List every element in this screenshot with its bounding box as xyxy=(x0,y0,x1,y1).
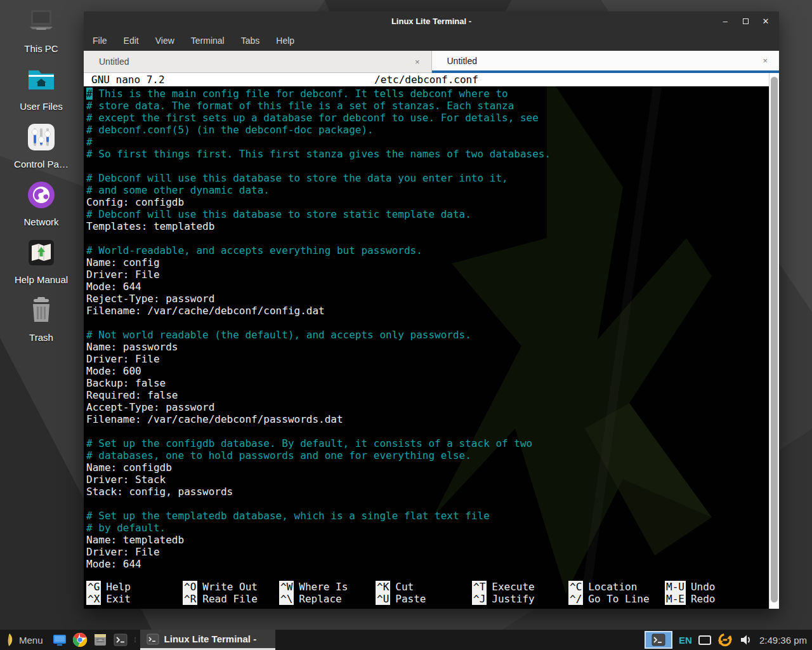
control-panel-icon xyxy=(25,121,58,154)
shortcut-read-file: ^RRead File xyxy=(183,593,279,605)
tray-terminal-icon[interactable] xyxy=(645,631,672,649)
tab-2-active[interactable]: Untitled× xyxy=(432,51,780,73)
nano-editor-text[interactable]: # This is the main config file for debco… xyxy=(84,86,769,581)
desktop-icon-control-pa[interactable]: Control Pa… xyxy=(3,121,79,169)
shortcut-cut: ^KCut xyxy=(376,581,472,593)
shortcut-label: Replace xyxy=(299,593,341,605)
shortcut-label: Exit xyxy=(106,593,131,605)
editor-line: Driver: Stack xyxy=(86,474,766,486)
shortcut-key: ^J xyxy=(472,593,487,605)
shortcut-key: M-U xyxy=(665,581,686,593)
shortcut-go-to-line: ^/Go To Line xyxy=(568,593,665,605)
text-cursor: # xyxy=(86,88,93,100)
tab-close-icon[interactable]: × xyxy=(412,57,422,67)
editor-line: # and some other dynamic data. xyxy=(86,184,766,196)
keyboard-layout-icon[interactable] xyxy=(698,635,711,645)
scrollbar-thumb[interactable] xyxy=(771,77,778,602)
editor-line: # databases, one to hold passwords and o… xyxy=(86,449,766,461)
shortcut-execute: ^TExecute xyxy=(472,581,568,593)
desktop-icon-trash[interactable]: Trash xyxy=(3,294,79,343)
help-manual-icon xyxy=(25,236,58,269)
shortcut-label: Where Is xyxy=(299,581,348,593)
tab-1[interactable]: Untitled× xyxy=(84,51,432,73)
keyboard-language-indicator[interactable]: EN xyxy=(679,635,692,646)
display-icon[interactable] xyxy=(52,632,67,647)
editor-line: Required: false xyxy=(86,389,766,401)
shortcut-column: ^KCut^UPaste xyxy=(376,581,472,605)
shortcut-label: Location xyxy=(588,581,637,593)
desktop-icon-this-pc[interactable]: This PC xyxy=(3,5,79,54)
shortcut-label: Help xyxy=(106,581,131,593)
shortcut-key: M-E xyxy=(665,593,686,605)
shortcut-where-is: ^WWhere Is xyxy=(279,581,376,593)
editor-line: # World-readable, and accepts everything… xyxy=(86,244,766,256)
editor-line: Mode: 644 xyxy=(86,558,766,570)
editor-line: Name: configdb xyxy=(86,461,766,474)
nano-titlebar: GNU nano 7.2 /etc/debconf.conf xyxy=(84,73,769,86)
shortcut-justify: ^JJustify xyxy=(472,593,568,605)
desktop-icon-label: This PC xyxy=(24,43,58,54)
terminal-icon[interactable] xyxy=(113,632,128,647)
shortcut-label: Paste xyxy=(395,593,426,605)
system-tray: EN 2:49:36 pm xyxy=(645,630,812,650)
taskbar-window-button[interactable]: Linux Lite Terminal - xyxy=(140,630,276,650)
editor-line xyxy=(86,425,766,437)
tab-close-icon[interactable]: × xyxy=(760,56,770,65)
shortcut-undo: M-UUndo xyxy=(665,581,761,593)
shortcut-redo: M-ERedo xyxy=(665,593,761,605)
desktop-icon-help-manual[interactable]: Help Manual xyxy=(3,236,79,285)
chrome-icon[interactable] xyxy=(72,632,88,647)
terminal-screen[interactable]: GNU nano 7.2 /etc/debconf.conf # This is… xyxy=(84,73,769,609)
editor-line: # debconf.conf(5) (in the debconf-doc pa… xyxy=(86,124,766,136)
desktop-icon-user-files[interactable]: User Files xyxy=(3,63,79,112)
shortcut-location: ^CLocation xyxy=(568,581,665,593)
editor-line: # Not world readable (the default), and … xyxy=(86,329,766,341)
clock[interactable]: 2:49:36 pm xyxy=(759,635,807,646)
desktop-icon-label: Trash xyxy=(29,332,53,343)
user-files-icon xyxy=(25,63,58,96)
editor-line: # So first things first. This first stan… xyxy=(86,148,766,160)
editor-line: # by default. xyxy=(86,522,766,534)
shortcut-column: ^CLocation^/Go To Line xyxy=(568,581,665,605)
shortcut-column: ^OWrite Out^RRead File xyxy=(183,581,279,605)
menu-item-help[interactable]: Help xyxy=(276,36,294,46)
updates-icon[interactable] xyxy=(717,632,733,647)
editor-line xyxy=(86,232,766,244)
desktop-icon-label: User Files xyxy=(20,101,63,112)
menu-item-view[interactable]: View xyxy=(155,36,174,46)
shortcut-key: ^O xyxy=(183,581,197,593)
editor-line: # Set up the configdb database. By defau… xyxy=(86,437,766,449)
shortcut-exit: ^XExit xyxy=(86,593,183,605)
menu-item-terminal[interactable]: Terminal xyxy=(191,36,225,46)
start-menu-button[interactable]: Menu xyxy=(0,630,49,650)
window-title: Linux Lite Terminal - xyxy=(84,17,779,26)
shortcut-label: Redo xyxy=(691,593,716,605)
file-manager-icon[interactable] xyxy=(93,632,108,647)
maximize-button[interactable] xyxy=(741,17,750,25)
window-titlebar[interactable]: Linux Lite Terminal - – ✕ xyxy=(84,11,779,30)
nano-filename: /etc/debconf.conf xyxy=(84,73,769,86)
editor-line: Name: config xyxy=(86,256,766,269)
editor-line: Backup: false xyxy=(86,377,766,389)
shortcut-replace: ^\Replace xyxy=(279,593,376,605)
desktop-icon-list: This PCUser FilesControl Pa…NetworkHelp … xyxy=(0,5,82,343)
shortcut-write-out: ^OWrite Out xyxy=(183,581,279,593)
editor-line xyxy=(86,317,766,329)
shortcut-column: ^GHelp^XExit xyxy=(86,581,183,605)
editor-line xyxy=(86,160,766,172)
menu-item-file[interactable]: File xyxy=(93,36,107,46)
editor-line: Config: configdb xyxy=(86,196,766,208)
menu-item-edit[interactable]: Edit xyxy=(124,36,139,46)
volume-icon[interactable] xyxy=(739,633,753,647)
minimize-button[interactable]: – xyxy=(721,17,730,25)
shortcut-column: ^TExecute^JJustify xyxy=(472,581,568,605)
menu-item-tabs[interactable]: Tabs xyxy=(241,36,260,46)
desktop-icon-label: Control Pa… xyxy=(14,159,69,169)
editor-line: Templates: templatedb xyxy=(86,220,766,232)
editor-line: # xyxy=(86,136,766,148)
shortcut-key: ^K xyxy=(376,581,390,593)
trash-icon xyxy=(25,294,58,327)
close-button[interactable]: ✕ xyxy=(761,17,770,25)
desktop-icon-network[interactable]: Network xyxy=(3,178,79,227)
terminal-scrollbar[interactable] xyxy=(769,73,779,609)
